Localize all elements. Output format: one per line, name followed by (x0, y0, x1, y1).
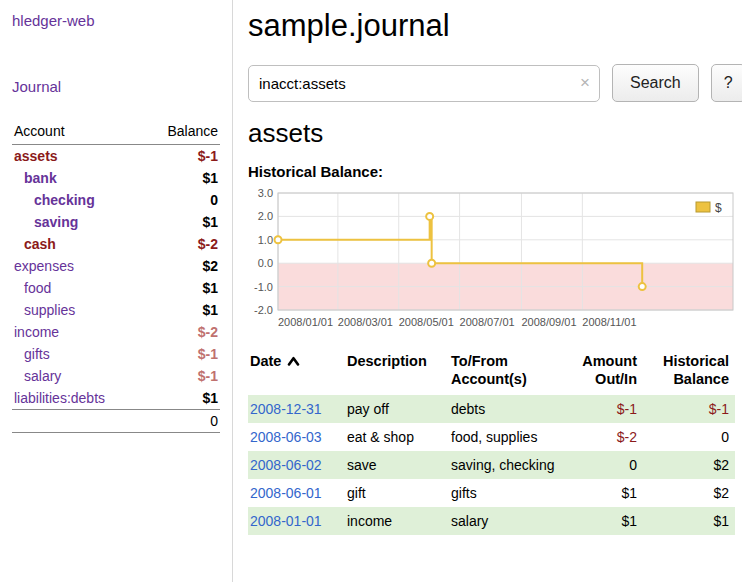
account-row: supplies$1 (12, 299, 220, 321)
sidebar-journal-link[interactable]: Journal (12, 78, 61, 95)
account-name-cell: checking (12, 189, 144, 211)
transaction-date-link[interactable]: 2008-12-31 (250, 401, 322, 417)
account-row: assets$-1 (12, 145, 220, 168)
transaction-amount: $-1 (565, 395, 643, 423)
transaction-balance: $2 (643, 451, 735, 479)
accounts-header-line1: To/From (451, 352, 559, 370)
transaction-amount: $-2 (565, 423, 643, 451)
svg-text:2008/11/01: 2008/11/01 (582, 316, 636, 328)
accounts-header-balance: Balance (144, 120, 220, 145)
transaction-description: eat & shop (345, 423, 449, 451)
account-link[interactable]: cash (24, 236, 56, 252)
account-balance: $-1 (144, 365, 220, 387)
transaction-amount: $1 (565, 507, 643, 535)
register-header-amount: Amount Out/In (565, 350, 643, 395)
accounts-header-line2: Account(s) (451, 370, 559, 388)
svg-text:$: $ (715, 201, 722, 215)
account-balance: $2 (144, 255, 220, 277)
svg-text:2008/03/01: 2008/03/01 (338, 316, 393, 328)
account-balance: $-2 (144, 321, 220, 343)
account-name-cell: food (12, 277, 144, 299)
register-header-accounts: To/From Account(s) (449, 350, 565, 395)
transaction-description: pay off (345, 395, 449, 423)
account-name-cell: income (12, 321, 144, 343)
account-balance: $1 (144, 211, 220, 233)
account-row: saving$1 (12, 211, 220, 233)
register-header-balance: Historical Balance (643, 350, 735, 395)
transaction-row: 2008-06-03eat & shopfood, supplies$-20 (248, 423, 735, 451)
register-table: Date Description To/From Account(s) Amou… (248, 350, 735, 535)
transaction-accounts: salary (449, 507, 565, 535)
amount-header-line1: Amount (567, 352, 637, 370)
account-row: checking0 (12, 189, 220, 211)
account-name-cell: bank (12, 167, 144, 189)
account-name-cell: cash (12, 233, 144, 255)
transaction-balance: $-1 (643, 395, 735, 423)
svg-text:-2.0: -2.0 (254, 304, 273, 316)
account-link[interactable]: saving (34, 214, 78, 230)
account-link[interactable]: bank (24, 170, 57, 186)
clear-search-icon[interactable]: × (580, 74, 590, 91)
svg-text:2008/09/01: 2008/09/01 (521, 316, 576, 328)
sidebar: hledger-web Journal Account Balance asse… (0, 0, 233, 582)
account-row: cash$-2 (12, 233, 220, 255)
account-name-cell: expenses (12, 255, 144, 277)
accounts-total-balance: 0 (144, 410, 220, 433)
transaction-date-cell: 2008-06-02 (248, 451, 345, 479)
account-name-cell: supplies (12, 299, 144, 321)
account-link[interactable]: salary (24, 368, 61, 384)
svg-text:-1.0: -1.0 (254, 281, 273, 293)
account-row: salary$-1 (12, 365, 220, 387)
register-header-date[interactable]: Date (248, 350, 345, 395)
account-row: income$-2 (12, 321, 220, 343)
transaction-accounts: food, supplies (449, 423, 565, 451)
page: hledger-web Journal Account Balance asse… (0, 0, 742, 582)
transaction-date-link[interactable]: 2008-01-01 (250, 513, 322, 529)
transaction-date-link[interactable]: 2008-06-03 (250, 429, 322, 445)
account-link[interactable]: liabilities:debts (14, 390, 105, 406)
search-bar: × Search ? (248, 64, 742, 102)
account-balance: $-2 (144, 233, 220, 255)
transaction-date-cell: 2008-06-03 (248, 423, 345, 451)
account-heading: assets (248, 118, 742, 149)
transaction-description: income (345, 507, 449, 535)
account-balance: 0 (144, 189, 220, 211)
account-link[interactable]: supplies (24, 302, 75, 318)
date-header-label: Date (250, 353, 281, 369)
svg-text:1.0: 1.0 (258, 234, 273, 246)
transaction-date-link[interactable]: 2008-06-02 (250, 457, 322, 473)
balance-header-line2: Balance (645, 370, 729, 388)
svg-text:2008/05/01: 2008/05/01 (399, 316, 454, 328)
search-input[interactable] (259, 75, 571, 92)
accounts-total-spacer (12, 410, 144, 433)
account-link[interactable]: checking (34, 192, 95, 208)
account-link[interactable]: gifts (24, 346, 50, 362)
transaction-amount: 0 (565, 451, 643, 479)
transaction-accounts: debts (449, 395, 565, 423)
account-link[interactable]: income (14, 324, 59, 340)
page-title: sample.journal (248, 8, 742, 44)
transaction-description: save (345, 451, 449, 479)
account-link[interactable]: expenses (14, 258, 74, 274)
accounts-header-account: Account (12, 120, 144, 145)
account-name-cell: saving (12, 211, 144, 233)
svg-text:2008/07/01: 2008/07/01 (460, 316, 515, 328)
transaction-amount: $1 (565, 479, 643, 507)
transaction-date-cell: 2008-06-01 (248, 479, 345, 507)
app-title-link[interactable]: hledger-web (12, 12, 95, 29)
account-link[interactable]: food (24, 280, 51, 296)
transaction-date-link[interactable]: 2008-06-01 (250, 485, 322, 501)
account-balance: $1 (144, 387, 220, 410)
historical-balance-chart: 3.02.01.00.0-1.0-2.02008/01/012008/03/01… (248, 188, 735, 336)
transaction-row: 2008-06-02savesaving, checking0$2 (248, 451, 735, 479)
account-link[interactable]: assets (14, 148, 58, 164)
help-button[interactable]: ? (711, 64, 742, 102)
transaction-row: 2008-01-01incomesalary$1$1 (248, 507, 735, 535)
transaction-accounts: saving, checking (449, 451, 565, 479)
transaction-row: 2008-06-01giftgifts$1$2 (248, 479, 735, 507)
search-button[interactable]: Search (612, 64, 699, 102)
transaction-description: gift (345, 479, 449, 507)
account-name-cell: assets (12, 145, 144, 168)
transaction-accounts: gifts (449, 479, 565, 507)
account-balance: $-1 (144, 145, 220, 168)
